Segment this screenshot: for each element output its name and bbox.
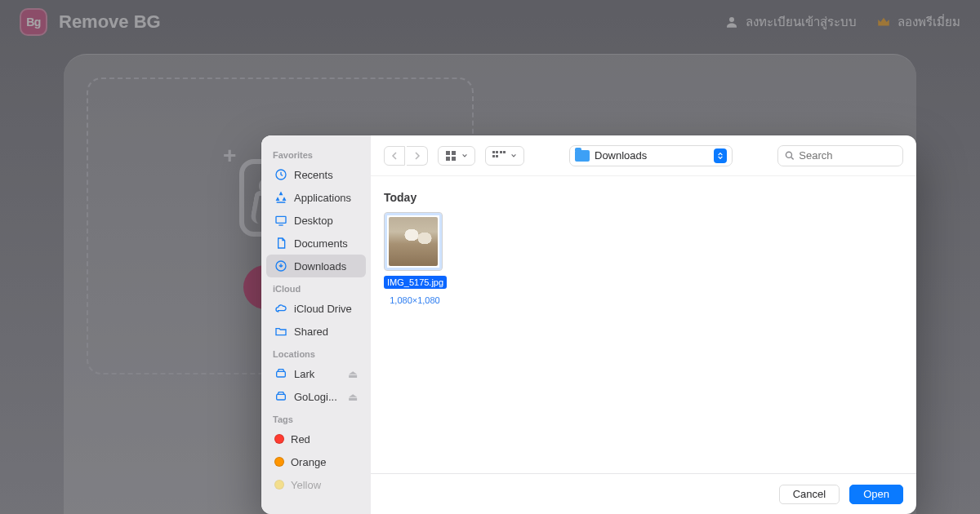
svg-rect-15: [496, 155, 498, 157]
sidebar-item-label: Desktop: [294, 215, 333, 227]
search-input[interactable]: [799, 149, 896, 162]
chevron-down-icon: [510, 153, 517, 159]
dialog-sidebar: Favorites Recents Applications Desktop D…: [261, 135, 371, 514]
cancel-button[interactable]: Cancel: [779, 485, 840, 504]
svg-rect-5: [277, 394, 286, 400]
cloud-icon: [274, 302, 287, 315]
svg-point-16: [786, 152, 791, 157]
tag-dot-icon: [274, 434, 284, 444]
chevron-down-icon: [461, 153, 468, 159]
sidebar-item-shared[interactable]: Shared: [266, 320, 366, 343]
sidebar-tag-yellow[interactable]: Yellow: [266, 473, 366, 496]
svg-rect-14: [492, 155, 495, 157]
open-button[interactable]: Open: [849, 485, 903, 504]
desktop-icon: [274, 214, 287, 227]
sidebar-item-label: iCloud Drive: [294, 303, 352, 315]
svg-rect-11: [496, 151, 498, 153]
eject-icon[interactable]: ⏏: [348, 391, 358, 403]
sidebar-tag-red[interactable]: Red: [266, 428, 366, 450]
sidebar-item-label: Shared: [294, 326, 328, 338]
folder-icon: [274, 325, 287, 338]
view-group-button[interactable]: [485, 146, 524, 166]
updown-chevron-icon: [714, 148, 727, 163]
sidebar-item-downloads[interactable]: Downloads: [266, 255, 366, 277]
sidebar-item-label: Orange: [291, 456, 326, 468]
apps-icon: [274, 191, 287, 204]
sidebar-item-label: Lark: [294, 368, 314, 380]
view-icons-button[interactable]: [438, 146, 475, 166]
sidebar-tag-orange[interactable]: Orange: [266, 450, 366, 473]
sidebar-item-recents[interactable]: Recents: [266, 163, 366, 186]
file-dimensions: 1,080×1,080: [384, 295, 446, 305]
dialog-footer: Cancel Open: [371, 473, 916, 514]
svg-rect-4: [277, 371, 286, 377]
sidebar-heading-icloud: iCloud: [261, 277, 371, 297]
file-name: IMG_5175.jpg: [384, 276, 447, 289]
sidebar-item-label: Red: [291, 433, 310, 445]
sidebar-item-gologin[interactable]: GoLogi... ⏏: [266, 385, 366, 408]
path-label: Downloads: [595, 149, 709, 162]
clock-icon: [274, 168, 287, 181]
sidebar-item-documents[interactable]: Documents: [266, 232, 366, 255]
thumbnail-image: [389, 217, 438, 266]
file-browser[interactable]: Today IMG_5175.jpg 1,080×1,080: [371, 176, 916, 473]
sidebar-item-lark[interactable]: Lark ⏏: [266, 362, 366, 385]
nav-buttons: [384, 146, 428, 166]
dialog-toolbar: Downloads: [371, 135, 916, 176]
sidebar-heading-favorites: Favorites: [261, 144, 371, 163]
section-today: Today: [384, 191, 903, 204]
svg-rect-8: [446, 157, 450, 161]
sidebar-item-desktop[interactable]: Desktop: [266, 209, 366, 232]
disk-icon: [274, 367, 287, 380]
tag-dot-icon: [274, 480, 284, 490]
sidebar-item-label: Recents: [294, 169, 333, 181]
disk-icon: [274, 390, 287, 403]
tag-dot-icon: [274, 457, 284, 467]
sidebar-item-label: Documents: [294, 237, 348, 250]
download-icon: [274, 259, 287, 273]
path-selector[interactable]: Downloads: [569, 145, 733, 166]
svg-rect-7: [452, 151, 456, 155]
svg-rect-2: [276, 216, 286, 223]
svg-rect-6: [446, 151, 450, 155]
svg-rect-9: [452, 157, 456, 161]
nav-forward-button[interactable]: [407, 146, 428, 166]
search-field[interactable]: [777, 145, 903, 166]
dialog-content: Downloads Today IMG_5175.jpg 1,0: [371, 135, 916, 514]
svg-rect-13: [503, 151, 506, 153]
svg-rect-10: [492, 151, 495, 153]
folder-icon: [575, 150, 590, 162]
svg-rect-12: [500, 151, 502, 153]
sidebar-item-label: GoLogi...: [294, 391, 337, 403]
sidebar-item-label: Downloads: [294, 260, 346, 273]
sidebar-item-applications[interactable]: Applications: [266, 186, 366, 209]
eject-icon[interactable]: ⏏: [348, 368, 358, 380]
file-open-dialog: Favorites Recents Applications Desktop D…: [261, 135, 916, 514]
sidebar-item-label: Yellow: [291, 479, 321, 491]
file-item[interactable]: IMG_5175.jpg 1,080×1,080: [384, 212, 446, 305]
file-thumbnail: [384, 212, 443, 271]
nav-back-button[interactable]: [384, 146, 405, 166]
sidebar-heading-locations: Locations: [261, 343, 371, 362]
document-icon: [274, 237, 287, 250]
sidebar-item-icloud-drive[interactable]: iCloud Drive: [266, 297, 366, 320]
sidebar-heading-tags: Tags: [261, 408, 371, 428]
sidebar-item-label: Applications: [294, 192, 351, 204]
group-icon: [492, 151, 506, 161]
grid-icon: [445, 150, 457, 162]
search-icon: [785, 150, 794, 161]
